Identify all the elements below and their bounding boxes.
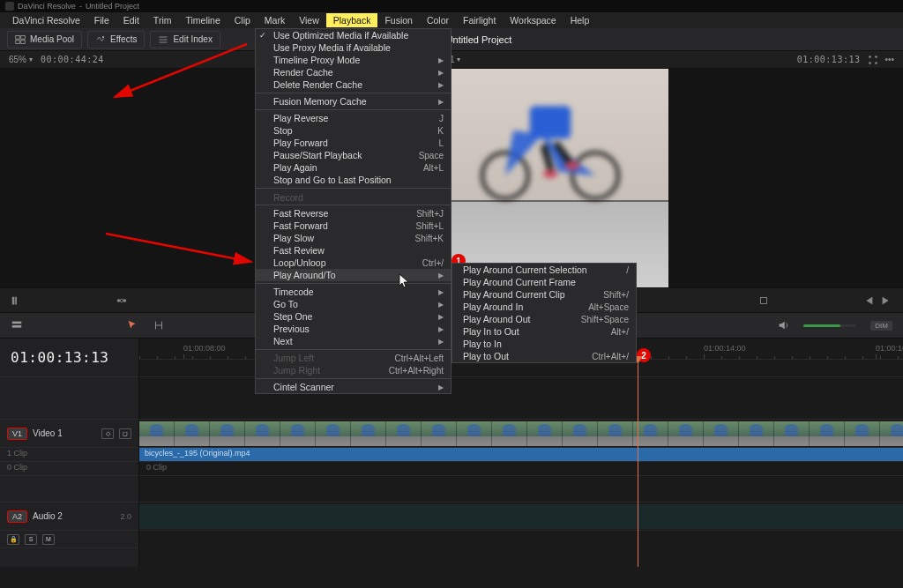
menu-item-pause-start-playback[interactable]: Pause/Start PlaybackSpace bbox=[256, 149, 451, 161]
menu-mark[interactable]: Mark bbox=[257, 13, 292, 27]
window-titlebar: DaVinci Resolve - Untitled Project bbox=[0, 0, 903, 12]
menu-edit[interactable]: Edit bbox=[116, 13, 146, 27]
video-track-header[interactable]: V1 Video 1 ◇ ◻ bbox=[0, 420, 138, 448]
menu-item-timecode[interactable]: Timecode▶ bbox=[256, 286, 451, 298]
audio-track-buttons: 🔒 S M bbox=[0, 531, 138, 548]
menu-item-use-optimized-media-if-available[interactable]: ✓Use Optimized Media if Available bbox=[256, 29, 451, 41]
go-last-icon[interactable] bbox=[880, 294, 892, 307]
chevron-down-icon[interactable]: ▾ bbox=[26, 56, 35, 63]
menu-item-fast-forward[interactable]: Fast ForwardShift+L bbox=[256, 220, 451, 232]
mark-in-icon[interactable] bbox=[11, 294, 23, 307]
clip-label[interactable]: bicycles_-_195 (Original).mp4 bbox=[139, 448, 903, 462]
audio-track-header[interactable]: A2 Audio 2 2.0 bbox=[0, 502, 138, 531]
chevron-down-icon[interactable]: ▾ bbox=[454, 56, 463, 63]
playhead[interactable] bbox=[638, 360, 638, 567]
menu-workspace[interactable]: Workspace bbox=[503, 13, 563, 27]
svg-point-8 bbox=[876, 62, 878, 64]
track-headers: 01:00:13:13 V1 Video 1 ◇ ◻ 1 Clip 0 Clip… bbox=[0, 339, 139, 567]
menu-file[interactable]: File bbox=[87, 13, 116, 27]
svg-rect-3 bbox=[21, 40, 26, 43]
menu-fairlight[interactable]: Fairlight bbox=[456, 13, 503, 27]
submenu-item-play-to-in[interactable]: Play to In bbox=[452, 338, 636, 350]
menu-davinci-resolve[interactable]: DaVinci Resolve bbox=[5, 13, 87, 27]
timeline-timecode: 01:00:13:13 bbox=[0, 339, 138, 377]
menu-item-fast-review[interactable]: Fast Review bbox=[256, 244, 451, 257]
trim-tool-icon[interactable] bbox=[153, 319, 165, 331]
app-name: DaVinci Resolve bbox=[18, 2, 76, 11]
submenu-item-play-to-out[interactable]: Play to OutCtrl+Alt+/ bbox=[452, 350, 636, 362]
menu-item-play-around-to[interactable]: Play Around/To▶ bbox=[256, 269, 451, 281]
more-icon[interactable]: ••• bbox=[884, 55, 894, 64]
audio-lane[interactable] bbox=[139, 502, 903, 531]
menu-help[interactable]: Help bbox=[563, 13, 597, 27]
edit-index-label: Edit Index bbox=[173, 34, 212, 44]
menu-section: Record bbox=[256, 190, 451, 203]
menu-view[interactable]: View bbox=[292, 13, 326, 27]
svg-point-9 bbox=[482, 153, 528, 198]
track-lanes[interactable]: 01:00:08:0001:00:10:0001:00:12:0001:00:1… bbox=[139, 339, 903, 567]
menu-item-go-to[interactable]: Go To▶ bbox=[256, 298, 451, 310]
match-frame-icon[interactable] bbox=[116, 294, 128, 307]
menu-item-step-one[interactable]: Step One▶ bbox=[256, 310, 451, 323]
audio-clip[interactable] bbox=[139, 504, 903, 529]
media-pool-label: Media Pool bbox=[30, 34, 74, 44]
video-lane[interactable] bbox=[139, 420, 903, 448]
media-pool-button[interactable]: Media Pool bbox=[7, 31, 82, 48]
menu-item-play-again[interactable]: Play AgainAlt+L bbox=[256, 161, 451, 174]
edit-index-button[interactable]: Edit Index bbox=[150, 31, 220, 48]
menu-item-previous[interactable]: Previous▶ bbox=[256, 323, 451, 335]
timeline-viewer[interactable] bbox=[452, 69, 668, 287]
track-disable-icon[interactable]: ◻ bbox=[119, 428, 131, 439]
lock-icon[interactable]: 🔒 bbox=[7, 534, 19, 545]
svg-point-14 bbox=[117, 299, 121, 302]
solo-button[interactable]: S bbox=[25, 534, 37, 545]
menu-timeline[interactable]: Timeline bbox=[178, 13, 227, 27]
track-badge-a2[interactable]: A2 bbox=[7, 510, 27, 523]
submenu-item-play-in-to-out[interactable]: Play In to OutAlt+/ bbox=[452, 325, 636, 338]
menu-playback[interactable]: Playback bbox=[326, 13, 378, 27]
menu-clip[interactable]: Clip bbox=[228, 13, 257, 27]
menu-item-stop[interactable]: StopK bbox=[256, 124, 451, 137]
menu-item-play-reverse[interactable]: Play ReverseJ bbox=[256, 112, 451, 124]
track-badge-v1[interactable]: V1 bbox=[7, 428, 27, 440]
effects-button[interactable]: Effects bbox=[87, 31, 145, 48]
record-timecode: 01:00:13:13 bbox=[797, 55, 861, 64]
menu-item-cintel-scanner[interactable]: Cintel Scanner▶ bbox=[256, 381, 451, 393]
settings-dots-icon[interactable] bbox=[867, 54, 879, 66]
menu-item-next[interactable]: Next▶ bbox=[256, 335, 451, 347]
go-first-icon[interactable] bbox=[862, 294, 875, 307]
speaker-icon[interactable] bbox=[777, 319, 789, 331]
submenu-item-play-around-current-clip[interactable]: Play Around Current ClipShift+/ bbox=[452, 288, 636, 301]
menu-trim[interactable]: Trim bbox=[146, 13, 179, 27]
submenu-item-play-around-current-selection[interactable]: Play Around Current Selection/ bbox=[452, 264, 636, 276]
menu-item-delete-render-cache[interactable]: Delete Render Cache▶ bbox=[256, 78, 451, 91]
video-clips-count: 1 Clip bbox=[0, 448, 138, 462]
video-clip[interactable] bbox=[139, 421, 903, 446]
menu-item-fast-reverse[interactable]: Fast ReverseShift+J bbox=[256, 207, 451, 220]
timeline-view-icon[interactable] bbox=[11, 319, 23, 331]
menu-item-use-proxy-media-if-available[interactable]: Use Proxy Media if Available bbox=[256, 41, 451, 54]
mute-button[interactable]: M bbox=[42, 534, 55, 545]
selection-tool-icon[interactable] bbox=[126, 319, 138, 331]
menu-item-loop-unloop[interactable]: Loop/UnloopCtrl+/ bbox=[256, 257, 451, 269]
dim-button[interactable]: DIM bbox=[870, 321, 892, 331]
menu-item-play-forward[interactable]: Play ForwardL bbox=[256, 137, 451, 149]
svg-point-15 bbox=[120, 299, 123, 302]
submenu-item-play-around-current-frame[interactable]: Play Around Current Frame bbox=[452, 276, 636, 288]
match-frame-icon[interactable] bbox=[757, 294, 770, 307]
menu-item-stop-and-go-to-last-position[interactable]: Stop and Go to Last Position bbox=[256, 174, 451, 186]
menu-item-timeline-proxy-mode[interactable]: Timeline Proxy Mode▶ bbox=[256, 54, 451, 66]
zoom-level[interactable]: 65% bbox=[9, 55, 26, 64]
volume-slider[interactable] bbox=[803, 324, 856, 327]
track-lock-icon[interactable]: ◇ bbox=[101, 428, 114, 439]
svg-point-5 bbox=[869, 56, 872, 58]
submenu-item-play-around-in[interactable]: Play Around InAlt+Space bbox=[452, 301, 636, 313]
menu-fusion[interactable]: Fusion bbox=[377, 13, 420, 27]
submenu-item-play-around-out[interactable]: Play Around OutShift+Space bbox=[452, 313, 636, 325]
menu-item-fusion-memory-cache[interactable]: Fusion Memory Cache▶ bbox=[256, 95, 451, 108]
menu-color[interactable]: Color bbox=[420, 13, 456, 27]
svg-point-12 bbox=[543, 169, 558, 177]
menu-item-play-slow[interactable]: Play SlowShift+K bbox=[256, 232, 451, 244]
menu-item-render-cache[interactable]: Render Cache▶ bbox=[256, 66, 451, 78]
titlebar-dash: - bbox=[79, 2, 82, 11]
